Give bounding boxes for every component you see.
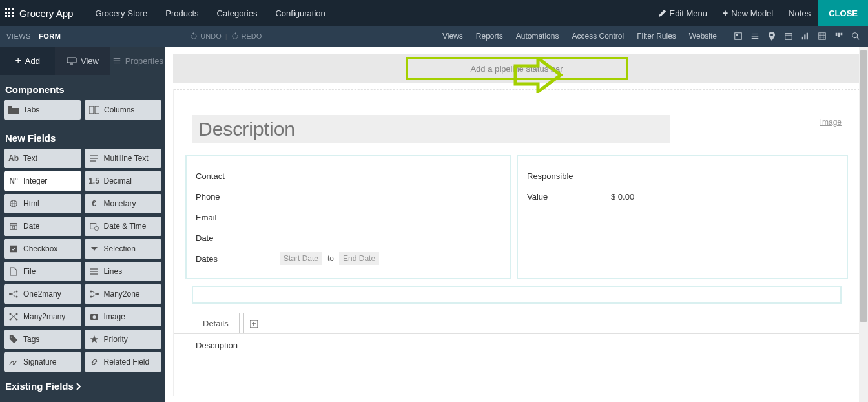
scrollbar-thumb[interactable] (860, 50, 867, 322)
view-pivot-icon[interactable] (816, 30, 828, 42)
file-icon (4, 267, 23, 276)
undo-button[interactable]: UNDO (190, 32, 221, 40)
field-tags[interactable]: Tags (4, 330, 81, 349)
form-label[interactable]: FORM (39, 32, 61, 40)
view-list-icon[interactable] (749, 30, 761, 42)
description-title-input[interactable] (192, 115, 670, 143)
field-file[interactable]: File (4, 262, 81, 281)
field-one2many[interactable]: One2many (4, 284, 81, 304)
svg-line-54 (12, 291, 16, 294)
field-decimal[interactable]: 1.5Decimal (85, 171, 162, 191)
svg-rect-26 (841, 33, 843, 36)
dropzone-bar[interactable] (192, 286, 842, 304)
svg-rect-35 (8, 106, 12, 109)
svg-rect-3 (5, 12, 7, 14)
field-integer[interactable]: N°Integer (4, 171, 81, 191)
svg-rect-1 (8, 8, 10, 10)
add-tab-button[interactable] (243, 313, 264, 333)
view-map-icon[interactable] (766, 30, 778, 42)
field-monetary-label: Monetary (104, 199, 136, 208)
view-kanban-icon[interactable] (833, 30, 845, 42)
svg-point-61 (90, 291, 92, 293)
multiline-icon (85, 154, 104, 163)
field-selection[interactable]: Selection (85, 239, 162, 259)
field-multiline[interactable]: Multiline Text (85, 149, 162, 168)
field-priority[interactable]: Priority (85, 330, 162, 349)
menu-grocery-store[interactable]: Grocery Store (86, 8, 156, 18)
sublink-filter-rules[interactable]: Filter Rules (630, 32, 683, 41)
view-calendar-icon[interactable] (783, 30, 794, 42)
edit-menu-button[interactable]: Edit Menu (651, 0, 715, 26)
field-many2many[interactable]: Many2many (4, 307, 81, 326)
field-many2one[interactable]: Many2one (85, 284, 162, 304)
field-date[interactable]: 21Date (4, 217, 81, 236)
field-checkbox[interactable]: Checkbox (4, 239, 81, 259)
sublink-reports[interactable]: Reports (470, 32, 510, 41)
star-icon (85, 335, 104, 344)
signature-icon (4, 358, 23, 366)
field-date-label: Date (23, 222, 39, 231)
checkbox-icon (4, 244, 23, 253)
dates-to-label: to (327, 254, 334, 263)
svg-rect-37 (95, 106, 99, 114)
tab-properties[interactable]: Properties (110, 47, 165, 75)
image-placeholder-link[interactable]: Image (820, 115, 842, 127)
field-checkbox-label: Checkbox (23, 244, 57, 253)
menu-products[interactable]: Products (156, 8, 207, 18)
vertical-scrollbar[interactable] (859, 47, 868, 402)
field-signature[interactable]: Signature (4, 352, 81, 372)
status-bar-zone[interactable]: Add a pipeline status bar (173, 54, 860, 83)
svg-point-71 (11, 337, 12, 338)
svg-point-58 (96, 293, 99, 295)
field-text[interactable]: AbText (4, 149, 81, 168)
field-related[interactable]: Related Field (85, 352, 162, 372)
left-fields-panel[interactable]: Contact Phone Email Date Dates Start Dat… (185, 155, 512, 279)
view-form-icon[interactable] (732, 30, 744, 42)
existing-fields-heading[interactable]: Existing Fields (0, 372, 165, 401)
svg-point-27 (852, 33, 858, 38)
end-date-input[interactable]: End Date (339, 252, 379, 265)
new-model-button[interactable]: + New Model (715, 0, 781, 26)
start-date-input[interactable]: Start Date (280, 252, 322, 265)
new-fields-heading: New Fields (0, 123, 165, 149)
apps-icon[interactable] (0, 8, 19, 17)
svg-rect-14 (785, 34, 792, 40)
svg-rect-10 (736, 34, 738, 36)
globe-icon (4, 199, 23, 208)
close-button[interactable]: CLOSE (818, 0, 868, 26)
components-heading: Components (0, 75, 165, 100)
redo-button[interactable]: REDO (231, 32, 262, 40)
svg-rect-8 (12, 15, 14, 17)
tab-view[interactable]: View (55, 47, 110, 75)
field-html[interactable]: Html (4, 194, 81, 213)
component-columns[interactable]: Columns (85, 100, 161, 120)
field-lines[interactable]: Lines (85, 262, 162, 281)
svg-point-62 (90, 296, 92, 298)
chevron-right-icon (76, 383, 81, 390)
details-tab[interactable]: Details (192, 313, 240, 333)
date-label: Date (196, 233, 280, 243)
sublink-automations[interactable]: Automations (510, 32, 566, 41)
sublink-access-control[interactable]: Access Control (565, 32, 630, 41)
existing-fields-label: Existing Fields (5, 381, 74, 392)
columns-icon (85, 106, 104, 114)
app-name[interactable]: Grocery App (19, 8, 86, 19)
tab-add[interactable]: + Add (0, 47, 55, 75)
field-image[interactable]: Image (85, 307, 162, 326)
search-icon[interactable] (850, 30, 862, 42)
notes-button[interactable]: Notes (781, 0, 818, 26)
sublink-views[interactable]: Views (436, 32, 470, 41)
field-text-label: Text (23, 154, 37, 163)
svg-text:21: 21 (12, 226, 16, 229)
arrow-annotation (512, 57, 564, 93)
field-monetary[interactable]: €Monetary (85, 194, 162, 213)
menu-configuration[interactable]: Configuration (266, 8, 334, 18)
component-tabs[interactable]: Tabs (4, 100, 81, 120)
field-datetime[interactable]: Date & Time (85, 217, 162, 236)
svg-rect-9 (735, 33, 742, 40)
menu-categories[interactable]: Categories (208, 8, 267, 18)
sublink-website[interactable]: Website (683, 32, 723, 41)
tab-view-label: View (81, 56, 99, 66)
view-graph-icon[interactable] (800, 30, 811, 42)
right-fields-panel[interactable]: Responsible Value $ 0.00 (517, 155, 848, 279)
